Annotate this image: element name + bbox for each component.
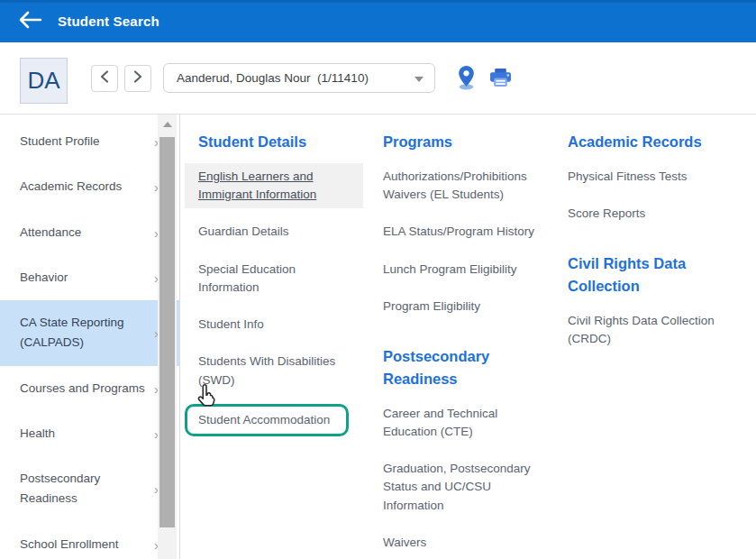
section-heading-academic-records[interactable]: Academic Records (554, 131, 734, 153)
student-selector[interactable]: Aanderud, Douglas Nour (1/11410) (163, 63, 435, 93)
toolbar-icons (457, 66, 512, 90)
sidebar-item-postsecondary-readiness[interactable]: Postsecondary Readiness› (0, 456, 179, 522)
menu-section-academic-records: Academic RecordsPhysical Fitness TestsSc… (554, 131, 734, 227)
sidebar-nav: Student Profile›Academic Records›Attenda… (0, 119, 179, 559)
menu-link-special-education-information[interactable]: Special Education Information (185, 256, 363, 302)
toolbar: DA Aanderud, Douglas Nour (1/11410) (0, 42, 756, 115)
section-heading-civil-rights-data-collection[interactable]: Civil Rights Data Collection (554, 252, 734, 298)
menu-link-authorizations-prohibitions-waivers-el-students[interactable]: Authorizations/Prohibitions Waivers (EL … (369, 163, 550, 209)
sidebar-item-label: Health (20, 426, 55, 440)
sidebar: Student Profile›Academic Records›Attenda… (0, 115, 180, 559)
menu-link-guardian-details[interactable]: Guardian Details (185, 218, 363, 245)
app-bar: Student Search (0, 0, 756, 42)
menu-link-graduation-postsecondary-status-and-uc-csu-information[interactable]: Graduation, Postsecondary Status and UC/… (369, 455, 550, 519)
sidebar-item-health[interactable]: Health› (0, 411, 179, 456)
menu-link-students-with-disabilities-swd[interactable]: Students With Disabilities (SWD) (185, 348, 363, 394)
menu-link-student-accommodation[interactable]: Student Accommodation (185, 404, 349, 436)
sidebar-item-label: Courses and Programs (20, 381, 145, 395)
sidebar-item-label: Behavior (20, 270, 68, 284)
menu-column-3: Academic RecordsPhysical Fitness TestsSc… (554, 131, 734, 362)
menu-link-lunch-program-eligibility[interactable]: Lunch Program Eligibility (369, 256, 550, 283)
caret-down-icon (414, 77, 424, 82)
menu-link-civil-rights-data-collection-crdc[interactable]: Civil Rights Data Collection (CRDC) (554, 307, 734, 353)
menu-link-score-reports[interactable]: Score Reports (554, 200, 734, 227)
menu-column-2: ProgramsAuthorizations/Prohibitions Waiv… (369, 131, 550, 559)
sidebar-item-label: CA State Reporting (CALPADS) (20, 316, 124, 349)
scrollbar-up-button[interactable] (158, 115, 177, 133)
sidebar-item-label: School Enrollment (20, 537, 119, 551)
menu-link-physical-fitness-tests[interactable]: Physical Fitness Tests (554, 163, 734, 190)
menu-link-ela-status-program-history[interactable]: ELA Status/Program History (369, 218, 550, 245)
student-selector-value: Aanderud, Douglas Nour (1/11410) (177, 71, 369, 85)
sidebar-item-label: Student Profile (20, 134, 100, 148)
menu-column-1: Student DetailsEnglish Learners and Immi… (185, 131, 363, 446)
page-title: Student Search (58, 14, 159, 29)
menu-section-programs: ProgramsAuthorizations/Prohibitions Waiv… (369, 131, 550, 320)
sidebar-item-attendance[interactable]: Attendance› (0, 210, 179, 255)
section-heading-postsecondary-readiness[interactable]: Postsecondary Readiness (369, 345, 550, 390)
sidebar-item-school-enrollment[interactable]: School Enrollment› (0, 522, 179, 559)
sidebar-item-label: Academic Records (20, 179, 122, 193)
sidebar-item-label: Attendance (20, 225, 81, 239)
menu-section-postsecondary-readiness: Postsecondary ReadinessCareer and Techni… (369, 345, 550, 559)
menu-link-student-info[interactable]: Student Info (185, 311, 363, 338)
printer-icon[interactable] (489, 68, 512, 88)
chevron-left-icon (99, 70, 110, 87)
main-columns: Student DetailsEnglish Learners and Immi… (180, 115, 756, 559)
chevron-right-icon (132, 70, 143, 87)
menu-link-career-and-technical-education-cte[interactable]: Career and Technical Education (CTE) (369, 400, 550, 446)
menu-link-waivers[interactable]: Waivers (369, 529, 550, 556)
sidebar-item-student-profile[interactable]: Student Profile› (0, 119, 179, 164)
menu-link-program-eligibility[interactable]: Program Eligibility (369, 293, 550, 320)
menu-section-student-details: Student DetailsEnglish Learners and Immi… (185, 131, 363, 436)
sidebar-item-academic-records[interactable]: Academic Records› (0, 164, 179, 209)
scrollbar-thumb[interactable] (159, 137, 175, 527)
previous-student-button[interactable] (91, 65, 118, 92)
section-heading-programs[interactable]: Programs (369, 131, 550, 153)
next-student-button[interactable] (124, 65, 151, 92)
sidebar-item-courses-and-programs[interactable]: Courses and Programs› (0, 366, 179, 411)
sidebar-item-label: Postsecondary Readiness (20, 472, 100, 505)
sidebar-item-behavior[interactable]: Behavior› (0, 255, 179, 300)
content-area: Student Profile›Academic Records›Attenda… (0, 115, 756, 559)
section-heading-student-details[interactable]: Student Details (185, 131, 363, 153)
sidebar-scrollbar[interactable] (158, 115, 177, 559)
location-pin-icon[interactable] (457, 66, 476, 90)
menu-link-english-learners-and-immigrant-information[interactable]: English Learners and Immigrant Informati… (185, 163, 363, 209)
menu-section-civil-rights-data-collection: Civil Rights Data CollectionCivil Rights… (554, 252, 734, 353)
avatar: DA (20, 58, 68, 104)
back-button[interactable] (18, 11, 45, 32)
sidebar-item-ca-state-reporting-calpads[interactable]: CA State Reporting (CALPADS)› (0, 300, 179, 366)
arrow-left-icon (18, 11, 42, 32)
